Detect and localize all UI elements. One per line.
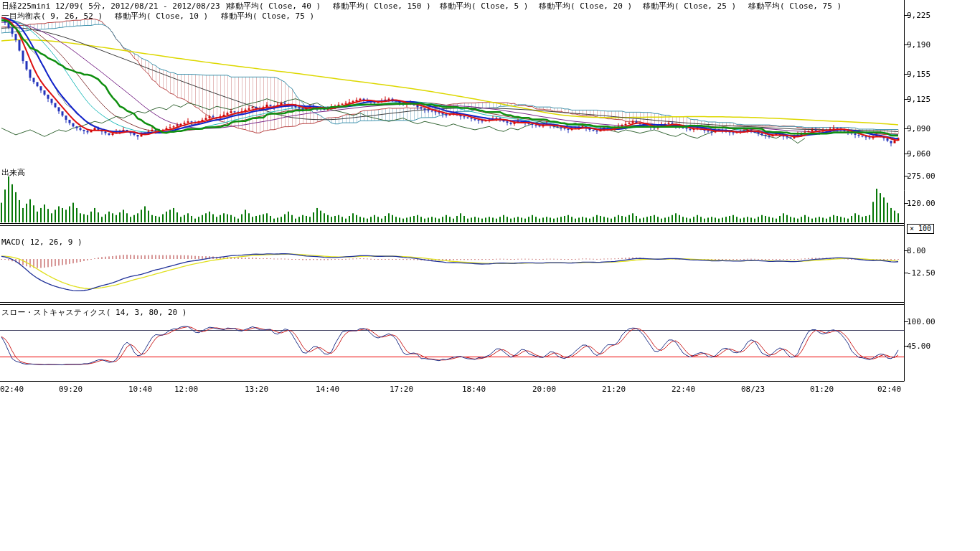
volume-axis-label: 120.00 bbox=[907, 199, 936, 208]
volume-panel-label: 出来高 bbox=[1, 168, 25, 177]
indicator-label: 移動平均( Close, 25 ) bbox=[643, 1, 736, 11]
chart-root: 日経225mini 12/09( 5分, 2012/08/21 - 2012/0… bbox=[0, 0, 980, 551]
time-axis-label: 14:40 bbox=[316, 385, 339, 394]
indicator-label: 移動平均( Close, 10 ) bbox=[115, 11, 208, 21]
stochastics-panel-label: スロー・ストキャスティクス( 14, 3, 80, 20 ) bbox=[1, 308, 187, 317]
price-axis-label: 9,090 bbox=[907, 124, 930, 133]
time-axis-label: 18:40 bbox=[462, 385, 486, 394]
indicator-label: 移動平均( Close, 150 ) bbox=[333, 1, 431, 11]
macd-panel-label: MACD( 12, 26, 9 ) bbox=[1, 237, 83, 247]
macd-axis-label: 8.00 bbox=[907, 246, 926, 255]
indicator-label: 移動平均( Close, 75 ) bbox=[748, 1, 842, 11]
price-axis-label: 9,125 bbox=[907, 95, 930, 104]
time-axis-label: 01:20 bbox=[810, 385, 834, 394]
indicator-label: 移動平均( Close, 5 ) bbox=[440, 1, 528, 11]
price-axis-label: 9,155 bbox=[907, 70, 930, 79]
indicator-label: 移動平均( Close, 75 ) bbox=[221, 11, 314, 21]
price-axis-label: 9,190 bbox=[907, 40, 930, 50]
stoch-axis-label: 45.00 bbox=[907, 342, 930, 351]
time-axis-label: 08/23 bbox=[741, 385, 765, 394]
time-axis-label: 21:20 bbox=[602, 385, 626, 394]
macd-axis-label: -12.50 bbox=[907, 268, 936, 278]
time-axis-label: 20:00 bbox=[532, 385, 556, 394]
time-axis-label: 12:00 bbox=[174, 385, 198, 394]
volume-unit-box: × 100 bbox=[907, 224, 934, 234]
price-axis-label: 9,225 bbox=[907, 11, 930, 20]
time-axis-label: 13:20 bbox=[245, 385, 268, 394]
time-axis-label: 22:40 bbox=[672, 385, 695, 394]
time-axis-label: 10:40 bbox=[128, 385, 152, 394]
indicator-label: 一目均衡表( 9, 26, 52 ) bbox=[1, 11, 103, 21]
volume-axis-label: 275.00 bbox=[907, 171, 936, 181]
price-axis-label: 9,060 bbox=[907, 149, 930, 159]
time-axis-label: 02:40 bbox=[877, 385, 901, 394]
indicator-label: 移動平均( Close, 40 ) bbox=[227, 1, 321, 11]
chart-canvas bbox=[0, 0, 980, 402]
time-axis-label: 09:20 bbox=[59, 385, 83, 394]
chart-title: 日経225mini 12/09( 5分, 2012/08/21 - 2012/0… bbox=[1, 1, 230, 11]
stoch-axis-label: 100.00 bbox=[907, 317, 936, 326]
time-axis-label: 02:40 bbox=[0, 385, 24, 394]
indicator-label: 移動平均( Close, 20 ) bbox=[539, 1, 632, 11]
time-axis-label: 17:20 bbox=[390, 385, 413, 394]
